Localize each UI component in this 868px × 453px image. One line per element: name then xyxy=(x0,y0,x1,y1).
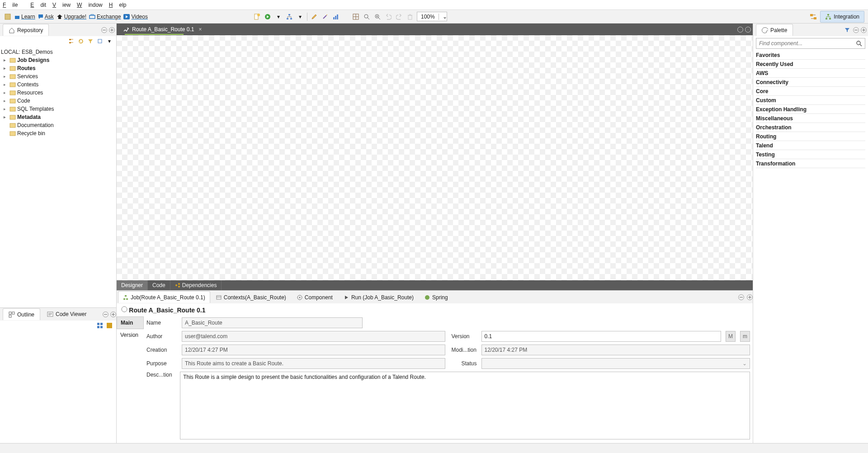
editor-tab[interactable]: Route A_Basic_Route 0.1 × xyxy=(118,24,206,34)
input-author[interactable] xyxy=(182,331,445,342)
palette-item[interactable]: Exception Handling xyxy=(756,105,865,114)
sidetab-main[interactable]: Main xyxy=(117,316,144,329)
minimize-icon[interactable] xyxy=(103,311,108,317)
palette-item[interactable]: Transformation xyxy=(756,159,865,168)
palette-search-input[interactable] xyxy=(759,40,856,47)
version-major-button[interactable]: M xyxy=(726,331,736,342)
link-upgrade[interactable]: Upgrade! xyxy=(57,14,86,20)
palette-item[interactable]: Orchestration xyxy=(756,123,865,132)
menu-view[interactable]: View xyxy=(52,2,71,8)
link-learn[interactable]: Learn xyxy=(14,14,35,20)
maximize-icon[interactable] xyxy=(110,311,116,317)
minimize-icon[interactable] xyxy=(853,27,859,33)
input-status[interactable]: ⌄ xyxy=(481,358,750,369)
undo-icon[interactable] xyxy=(384,12,392,21)
grid-icon[interactable] xyxy=(352,12,360,21)
redo-icon[interactable] xyxy=(395,12,403,21)
palette-item[interactable]: AWS xyxy=(756,69,865,78)
input-modification[interactable] xyxy=(481,344,750,355)
tree-item[interactable]: Recycle bin xyxy=(0,129,116,137)
input-name[interactable] xyxy=(182,317,363,328)
sidetab-version[interactable]: Version xyxy=(117,329,144,341)
search-icon[interactable] xyxy=(363,12,371,21)
perspective-integration[interactable]: Integration xyxy=(820,11,864,23)
tree-item[interactable]: ▸Resources xyxy=(0,89,116,97)
input-description[interactable]: This Route is a simple design to present… xyxy=(180,372,750,439)
tab-job[interactable]: Job(Route A_Basic_Route 0.1) xyxy=(118,291,210,303)
refresh-icon[interactable] xyxy=(77,37,85,46)
tree-root[interactable]: LOCAL: ESB_Demos xyxy=(0,48,116,56)
palette-search[interactable] xyxy=(756,38,865,49)
filter-icon[interactable] xyxy=(86,37,94,46)
design-canvas[interactable] xyxy=(117,35,753,280)
palette-list[interactable]: FavoritesRecently UsedAWSConnectivityCor… xyxy=(753,51,868,443)
tree-item[interactable]: ▸Contexts xyxy=(0,80,116,89)
tree-item[interactable]: ▸Routes xyxy=(0,64,116,72)
palette-item[interactable]: Core xyxy=(756,87,865,96)
palette-item[interactable]: Talend xyxy=(756,141,865,150)
outline-mode1-icon[interactable] xyxy=(96,321,104,330)
tree-item[interactable]: Documentation xyxy=(0,121,116,129)
config-icon[interactable] xyxy=(96,37,104,46)
input-creation[interactable] xyxy=(182,344,445,355)
repository-tab[interactable]: Repository xyxy=(3,24,49,36)
edit-icon[interactable] xyxy=(310,12,318,21)
link-videos[interactable]: Videos xyxy=(123,14,147,20)
zoom-icon[interactable] xyxy=(373,12,382,21)
tree-item[interactable]: ▸SQL Templates xyxy=(0,105,116,113)
zoom-combo[interactable]: 100%⌄ xyxy=(417,12,447,21)
search-icon[interactable] xyxy=(856,40,862,47)
link-ask[interactable]: Ask xyxy=(38,14,54,20)
palette-item[interactable]: Favorites xyxy=(756,51,865,60)
menu-icon[interactable]: ▾ xyxy=(105,37,113,46)
tab-spring[interactable]: Spring xyxy=(420,291,453,303)
tab-designer[interactable]: Designer xyxy=(117,280,148,290)
palette-item[interactable]: Miscellaneous xyxy=(756,114,865,123)
link-exchange[interactable]: Exchange xyxy=(89,14,121,20)
outline-mode2-icon[interactable] xyxy=(105,321,113,330)
tab-code[interactable]: Code xyxy=(148,280,170,290)
tree-icon[interactable] xyxy=(285,12,293,21)
chart-icon[interactable] xyxy=(332,12,340,21)
tab-contexts[interactable]: Contexts(A_Basic_Route) xyxy=(211,291,291,303)
maximize-icon[interactable] xyxy=(861,27,867,33)
tab-run[interactable]: Run (Job A_Basic_Route) xyxy=(339,291,419,303)
input-version[interactable] xyxy=(481,331,722,342)
maximize-icon[interactable] xyxy=(109,27,115,33)
collapse-icon[interactable] xyxy=(67,37,75,46)
maximize-icon[interactable] xyxy=(747,294,753,300)
tree-item[interactable]: ▸Metadata xyxy=(0,113,116,121)
menu-file[interactable]: File xyxy=(3,2,24,8)
outline-tab[interactable]: Outline xyxy=(3,308,40,320)
tab-dependencies[interactable]: Dependencies xyxy=(170,280,222,290)
palette-tab[interactable]: Palette xyxy=(756,24,793,36)
code-viewer-tab[interactable]: Code Viewer xyxy=(42,308,92,320)
minimize-icon[interactable] xyxy=(738,294,744,300)
version-minor-button[interactable]: m xyxy=(740,331,750,342)
repository-tree[interactable]: LOCAL: ESB_Demos ▸Job Designs▸Routes▸Ser… xyxy=(0,46,116,307)
perspective-switch-icon[interactable] xyxy=(809,12,817,21)
filter-icon[interactable] xyxy=(843,25,851,35)
run-icon[interactable] xyxy=(264,12,272,21)
run-dropdown-icon[interactable]: ▾ xyxy=(274,12,283,21)
palette-item[interactable]: Recently Used xyxy=(756,60,865,69)
tree-item[interactable]: ▸Services xyxy=(0,72,116,80)
menu-edit[interactable]: Edit xyxy=(30,2,46,8)
palette-item[interactable]: Testing xyxy=(756,150,865,159)
minimize-icon[interactable] xyxy=(101,27,107,33)
close-icon[interactable]: × xyxy=(198,26,202,33)
tab-component[interactable]: Component xyxy=(292,291,338,303)
tree-item[interactable]: ▸Code xyxy=(0,97,116,105)
wand-icon[interactable] xyxy=(321,12,329,21)
save-icon[interactable] xyxy=(4,12,12,21)
new-icon[interactable] xyxy=(253,12,261,21)
palette-item[interactable]: Custom xyxy=(756,96,865,105)
tree-dropdown-icon[interactable]: ▾ xyxy=(296,12,304,21)
tree-item[interactable]: ▸Job Designs xyxy=(0,56,116,64)
trash-icon[interactable] xyxy=(406,12,414,21)
minimize-icon[interactable] xyxy=(737,27,743,33)
palette-item[interactable]: Routing xyxy=(756,132,865,141)
maximize-icon[interactable] xyxy=(745,27,751,33)
input-purpose[interactable] xyxy=(182,358,445,369)
menu-window[interactable]: Window xyxy=(77,2,103,8)
